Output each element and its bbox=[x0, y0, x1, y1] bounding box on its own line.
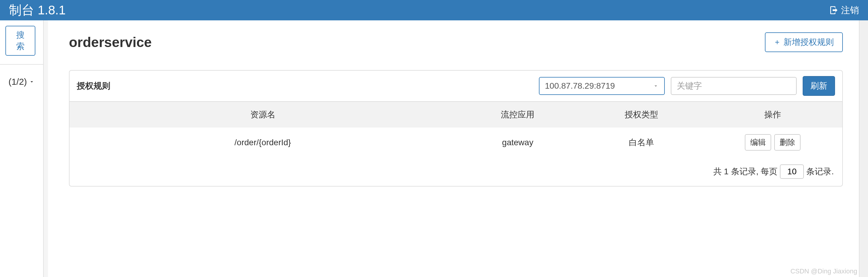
sidebar-page-indicator[interactable]: (1/2) bbox=[0, 77, 43, 87]
plus-icon bbox=[774, 39, 780, 45]
page-size-input[interactable] bbox=[780, 164, 804, 179]
cell-actions: 编辑 删除 bbox=[703, 128, 842, 157]
col-limit-app: 流控应用 bbox=[456, 102, 579, 128]
logout-icon bbox=[829, 5, 839, 15]
pagination-suffix: 条记录. bbox=[806, 166, 834, 177]
edit-button[interactable]: 编辑 bbox=[745, 134, 771, 151]
cell-limit-app: gateway bbox=[456, 128, 579, 157]
pagination: 共 1 条记录, 每页 条记录. bbox=[69, 157, 842, 186]
search-button[interactable]: 搜索 bbox=[5, 26, 35, 56]
panel-header: 授权规则 100.87.78.29:8719 刷新 bbox=[69, 71, 842, 101]
ip-selected-value: 100.87.78.29:8719 bbox=[545, 81, 615, 91]
page-indicator-text: (1/2) bbox=[8, 77, 27, 87]
col-resource: 资源名 bbox=[69, 102, 456, 128]
scrollbar-vertical[interactable] bbox=[859, 21, 868, 277]
refresh-button[interactable]: 刷新 bbox=[803, 76, 835, 96]
sidebar: 搜索 (1/2) bbox=[0, 21, 44, 277]
cell-auth-type: 白名单 bbox=[579, 128, 703, 157]
logout-label: 注销 bbox=[841, 4, 859, 16]
cell-resource: /order/{orderId} bbox=[69, 128, 456, 157]
rules-panel: 授权规则 100.87.78.29:8719 刷新 资源名 流控应用 授权类型 bbox=[69, 70, 843, 186]
app-title: 制台 1.8.1 bbox=[9, 2, 66, 19]
topbar: 制台 1.8.1 注销 bbox=[0, 0, 868, 21]
panel-controls: 100.87.78.29:8719 刷新 bbox=[539, 76, 835, 96]
add-rule-label: 新增授权规则 bbox=[783, 37, 834, 48]
keyword-input[interactable] bbox=[671, 77, 797, 95]
caret-down-icon bbox=[653, 83, 659, 89]
pagination-prefix: 共 1 条记录, 每页 bbox=[713, 166, 778, 177]
page-title: orderservice bbox=[69, 34, 152, 50]
table-row: /order/{orderId} gateway 白名单 编辑 删除 bbox=[69, 128, 842, 157]
page-header: orderservice 新增授权规则 bbox=[69, 32, 843, 52]
panel-title: 授权规则 bbox=[77, 80, 110, 92]
main-content: orderservice 新增授权规则 授权规则 100.87.78.29:87… bbox=[48, 21, 864, 277]
chevron-down-icon bbox=[29, 79, 35, 85]
col-actions: 操作 bbox=[703, 102, 842, 128]
col-auth-type: 授权类型 bbox=[579, 102, 703, 128]
logout-button[interactable]: 注销 bbox=[829, 4, 859, 16]
ip-select[interactable]: 100.87.78.29:8719 bbox=[539, 77, 665, 95]
table-header-row: 资源名 流控应用 授权类型 操作 bbox=[69, 102, 842, 128]
add-rule-button[interactable]: 新增授权规则 bbox=[765, 32, 843, 52]
delete-button[interactable]: 删除 bbox=[774, 134, 801, 151]
sidebar-divider bbox=[0, 64, 43, 65]
watermark: CSDN @Ding Jiaxiong bbox=[790, 268, 857, 275]
rules-table: 资源名 流控应用 授权类型 操作 /order/{orderId} gatewa… bbox=[69, 101, 842, 157]
